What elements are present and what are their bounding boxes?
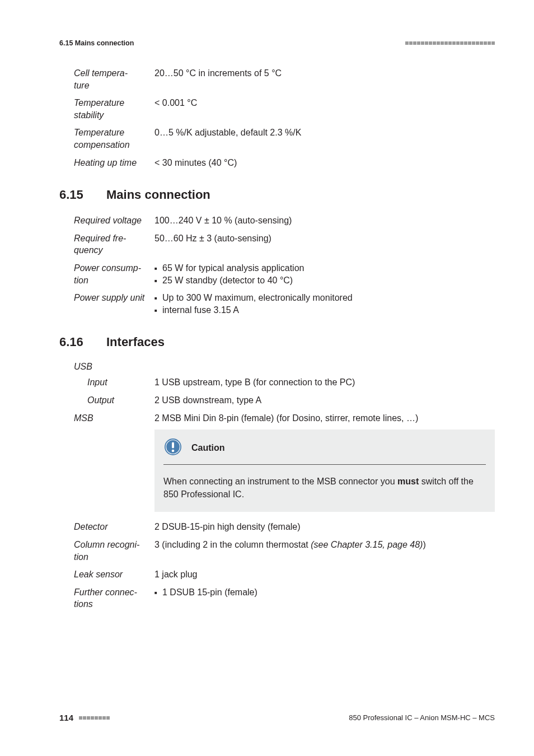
spec-row: Input 1 USB upstream, type B (for connec… xyxy=(74,376,495,389)
spec-label: Power consump-tion xyxy=(74,262,154,286)
running-header: 6.15 Mains connection xyxy=(59,39,495,47)
spec-value: 20…50 °C in increments of 5 °C xyxy=(154,67,495,91)
spec-value: 65 W for typical analysis application 25… xyxy=(154,262,495,286)
spec-label: Further connec-tions xyxy=(74,586,154,610)
spec-row: Output 2 USB downstream, type A xyxy=(74,394,495,407)
spec-label: Detector xyxy=(74,521,154,533)
cross-reference: (see Chapter 3.15, page 48) xyxy=(311,540,423,549)
spec-value: 50…60 Hz ± 3 (auto-sensing) xyxy=(154,232,495,256)
spec-value: 2 MSB Mini Din 8-pin (female) (for Dosin… xyxy=(154,412,495,424)
footer-left: 114 xyxy=(59,713,110,722)
spec-value: < 30 minutes (40 °C) xyxy=(154,157,495,169)
spec-label: Required fre-quency xyxy=(74,232,154,256)
spec-label: Input xyxy=(87,376,154,389)
spec-list-615: Required voltage 100…240 V ± 10 % (auto-… xyxy=(74,214,495,316)
spec-value: 1 USB upstream, type B (for connection t… xyxy=(154,376,495,389)
spec-label: Leak sensor xyxy=(74,568,154,581)
spec-label: Temperature stability xyxy=(74,97,154,121)
spec-value: 3 (including 2 in the column thermostat … xyxy=(154,539,495,563)
caution-body: When connecting an instrument to the MSB… xyxy=(163,475,486,501)
spec-value: < 0.001 °C xyxy=(154,97,495,121)
spec-list-616b: Detector 2 DSUB-15-pin high density (fem… xyxy=(74,521,495,610)
section-number: 6.15 xyxy=(59,188,106,202)
footer-doc-title: 850 Professional IC – Anion MSM-HC – MCS xyxy=(349,713,495,722)
list-item: 1 DSUB 15-pin (female) xyxy=(165,586,495,599)
section-heading-616: 6.16Interfaces xyxy=(59,335,495,349)
spec-value: 1 jack plug xyxy=(154,568,495,581)
spec-value: 0…5 %/K adjustable, default 2.3 %/K xyxy=(154,127,495,151)
list-item: Up to 300 W maximum, electronically moni… xyxy=(165,292,495,304)
list-item: 25 W standby (detector to 40 °C) xyxy=(165,274,495,287)
spec-row: Detector 2 DSUB-15-pin high density (fem… xyxy=(74,521,495,533)
spec-value: 100…240 V ± 10 % (auto-sensing) xyxy=(154,214,495,227)
caution-icon xyxy=(163,437,182,459)
spec-row: Required fre-quency 50…60 Hz ± 3 (auto-s… xyxy=(74,232,495,256)
svg-rect-2 xyxy=(172,442,174,449)
list-item: internal fuse 3.15 A xyxy=(165,304,495,316)
spec-row: Cell tempera-ture 20…50 °C in increments… xyxy=(74,67,495,91)
spec-label: Heating up time xyxy=(74,157,154,169)
footer-ornament xyxy=(79,716,110,720)
usb-group-label: USB xyxy=(74,362,495,372)
spec-value: 2 USB downstream, type A xyxy=(154,394,495,407)
spec-row: Further connec-tions 1 DSUB 15-pin (fema… xyxy=(74,586,495,610)
spec-label: Temperature compensation xyxy=(74,127,154,151)
spec-label: Output xyxy=(87,394,154,407)
spec-value: 1 DSUB 15-pin (female) xyxy=(154,586,495,610)
caution-title: Caution xyxy=(191,443,225,453)
spec-list-top: Cell tempera-ture 20…50 °C in increments… xyxy=(74,67,495,169)
list-item: 65 W for typical analysis application xyxy=(165,262,495,274)
svg-point-3 xyxy=(172,450,175,452)
spec-label: Column recogni-tion xyxy=(74,539,154,563)
spec-label: Cell tempera-ture xyxy=(74,67,154,91)
section-heading-615: 6.15Mains connection xyxy=(59,188,495,202)
section-title: Mains connection xyxy=(106,188,210,202)
spec-row: Temperature stability < 0.001 °C xyxy=(74,97,495,121)
spec-list-usb: Input 1 USB upstream, type B (for connec… xyxy=(74,376,495,406)
spec-label: MSB xyxy=(74,412,154,424)
section-title: Interfaces xyxy=(106,335,165,349)
spec-value: Up to 300 W maximum, electronically moni… xyxy=(154,292,495,316)
spec-row: Leak sensor 1 jack plug xyxy=(74,568,495,581)
page-number: 114 xyxy=(59,713,73,722)
spec-row: Heating up time < 30 minutes (40 °C) xyxy=(74,157,495,169)
spec-row: Power supply unit Up to 300 W maximum, e… xyxy=(74,292,495,316)
spec-list-msb: MSB 2 MSB Mini Din 8-pin (female) (for D… xyxy=(74,412,495,424)
spec-label: Power supply unit xyxy=(74,292,154,316)
caution-box: Caution When connecting an instrument to… xyxy=(154,430,495,512)
section-number: 6.16 xyxy=(59,335,106,349)
header-ornament xyxy=(405,41,495,45)
spec-row: Power consump-tion 65 W for typical anal… xyxy=(74,262,495,286)
spec-row: Temperature compensation 0…5 %/K adjusta… xyxy=(74,127,495,151)
spec-row: MSB 2 MSB Mini Din 8-pin (female) (for D… xyxy=(74,412,495,424)
spec-label: Required voltage xyxy=(74,214,154,227)
spec-value: 2 DSUB-15-pin high density (female) xyxy=(154,521,495,533)
spec-row: Column recogni-tion 3 (including 2 in th… xyxy=(74,539,495,563)
header-section-title: 6.15 Mains connection xyxy=(59,39,134,47)
page-footer: 114 850 Professional IC – Anion MSM-HC –… xyxy=(59,713,495,722)
spec-row: Required voltage 100…240 V ± 10 % (auto-… xyxy=(74,214,495,227)
